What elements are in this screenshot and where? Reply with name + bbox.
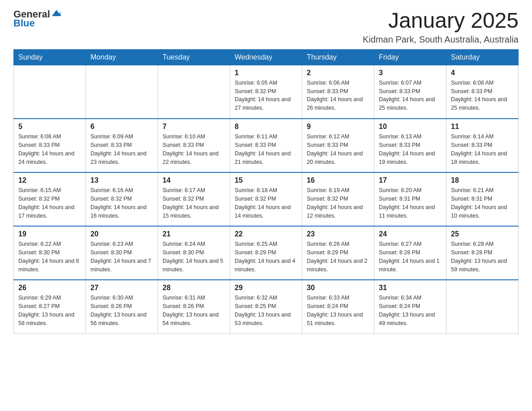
day-info: Sunrise: 6:09 AM Sunset: 8:33 PM Dayligh… [90,133,153,166]
day-info: Sunrise: 6:26 AM Sunset: 8:29 PM Dayligh… [307,240,369,274]
page-header: General Blue January 2025 Kidman Park, S… [13,9,519,45]
calendar-cell: 22Sunrise: 6:25 AM Sunset: 8:29 PM Dayli… [230,226,302,280]
day-number: 9 [307,123,369,131]
logo: General Blue [13,9,62,29]
calendar-week-5: 26Sunrise: 6:29 AM Sunset: 8:27 PM Dayli… [14,280,519,334]
day-number: 28 [163,284,225,292]
calendar-cell: 23Sunrise: 6:26 AM Sunset: 8:29 PM Dayli… [302,226,374,280]
day-number: 24 [379,230,442,238]
day-info: Sunrise: 6:12 AM Sunset: 8:33 PM Dayligh… [307,133,369,166]
day-number: 8 [235,123,297,131]
day-info: Sunrise: 6:10 AM Sunset: 8:33 PM Dayligh… [163,133,225,166]
column-header-sunday: Sunday [14,49,86,65]
day-info: Sunrise: 6:17 AM Sunset: 8:32 PM Dayligh… [163,186,225,220]
calendar-cell: 28Sunrise: 6:31 AM Sunset: 8:26 PM Dayli… [158,280,230,334]
day-info: Sunrise: 6:14 AM Sunset: 8:33 PM Dayligh… [451,133,514,166]
title-block: January 2025 Kidman Park, South Australi… [363,9,519,45]
day-info: Sunrise: 6:18 AM Sunset: 8:32 PM Dayligh… [235,186,297,220]
day-info: Sunrise: 6:15 AM Sunset: 8:32 PM Dayligh… [18,186,81,220]
day-number: 1 [235,69,297,77]
day-number: 3 [379,69,442,77]
day-number: 14 [163,176,225,184]
calendar-cell: 31Sunrise: 6:34 AM Sunset: 8:24 PM Dayli… [374,280,446,334]
calendar-cell: 27Sunrise: 6:30 AM Sunset: 8:26 PM Dayli… [86,280,158,334]
column-header-saturday: Saturday [446,49,519,65]
logo-text: General Blue [13,9,62,29]
calendar-cell [446,280,519,334]
day-number: 17 [379,176,442,184]
calendar-cell: 15Sunrise: 6:18 AM Sunset: 8:32 PM Dayli… [230,172,302,226]
day-info: Sunrise: 6:30 AM Sunset: 8:26 PM Dayligh… [90,294,153,327]
day-info: Sunrise: 6:05 AM Sunset: 8:32 PM Dayligh… [235,79,297,112]
calendar-week-2: 5Sunrise: 6:08 AM Sunset: 8:33 PM Daylig… [14,119,519,172]
day-number: 21 [163,230,225,238]
calendar-week-4: 19Sunrise: 6:22 AM Sunset: 8:30 PM Dayli… [14,226,519,280]
calendar-cell: 9Sunrise: 6:12 AM Sunset: 8:33 PM Daylig… [302,119,374,172]
day-info: Sunrise: 6:23 AM Sunset: 8:30 PM Dayligh… [90,240,153,274]
day-info: Sunrise: 6:06 AM Sunset: 8:33 PM Dayligh… [307,79,369,112]
calendar-cell: 29Sunrise: 6:32 AM Sunset: 8:25 PM Dayli… [230,280,302,334]
day-number: 30 [307,284,369,292]
day-number: 4 [451,69,514,77]
calendar-cell: 13Sunrise: 6:16 AM Sunset: 8:32 PM Dayli… [86,172,158,226]
calendar-cell: 21Sunrise: 6:24 AM Sunset: 8:30 PM Dayli… [158,226,230,280]
day-info: Sunrise: 6:11 AM Sunset: 8:33 PM Dayligh… [235,133,297,166]
calendar-cell: 7Sunrise: 6:10 AM Sunset: 8:33 PM Daylig… [158,119,230,172]
day-info: Sunrise: 6:21 AM Sunset: 8:31 PM Dayligh… [451,186,514,220]
day-number: 23 [307,230,369,238]
day-number: 5 [18,123,81,131]
calendar-header-row: SundayMondayTuesdayWednesdayThursdayFrid… [14,49,519,65]
day-info: Sunrise: 6:07 AM Sunset: 8:33 PM Dayligh… [379,79,442,112]
day-info: Sunrise: 6:19 AM Sunset: 8:32 PM Dayligh… [307,186,369,220]
day-info: Sunrise: 6:22 AM Sunset: 8:30 PM Dayligh… [18,240,81,274]
day-info: Sunrise: 6:08 AM Sunset: 8:33 PM Dayligh… [451,79,514,112]
day-number: 26 [18,284,81,292]
day-number: 15 [235,176,297,184]
calendar-cell: 2Sunrise: 6:06 AM Sunset: 8:33 PM Daylig… [302,65,374,119]
calendar-cell: 25Sunrise: 6:28 AM Sunset: 8:28 PM Dayli… [446,226,519,280]
calendar-cell: 12Sunrise: 6:15 AM Sunset: 8:32 PM Dayli… [14,172,86,226]
calendar-cell [158,65,230,119]
logo-blue: Blue [13,18,35,29]
calendar-cell [86,65,158,119]
calendar-cell: 17Sunrise: 6:20 AM Sunset: 8:31 PM Dayli… [374,172,446,226]
day-info: Sunrise: 6:16 AM Sunset: 8:32 PM Dayligh… [90,186,153,220]
calendar-cell: 30Sunrise: 6:33 AM Sunset: 8:24 PM Dayli… [302,280,374,334]
calendar-cell: 16Sunrise: 6:19 AM Sunset: 8:32 PM Dayli… [302,172,374,226]
day-info: Sunrise: 6:33 AM Sunset: 8:24 PM Dayligh… [307,294,369,327]
column-header-tuesday: Tuesday [158,49,230,65]
day-number: 11 [451,123,514,131]
day-number: 6 [90,123,153,131]
calendar-subtitle: Kidman Park, South Australia, Australia [363,34,519,45]
day-info: Sunrise: 6:31 AM Sunset: 8:26 PM Dayligh… [163,294,225,327]
calendar-cell [14,65,86,119]
calendar-cell: 1Sunrise: 6:05 AM Sunset: 8:32 PM Daylig… [230,65,302,119]
day-number: 10 [379,123,442,131]
day-number: 16 [307,176,369,184]
calendar-cell: 24Sunrise: 6:27 AM Sunset: 8:28 PM Dayli… [374,226,446,280]
calendar-cell: 26Sunrise: 6:29 AM Sunset: 8:27 PM Dayli… [14,280,86,334]
calendar-cell: 14Sunrise: 6:17 AM Sunset: 8:32 PM Dayli… [158,172,230,226]
calendar-cell: 6Sunrise: 6:09 AM Sunset: 8:33 PM Daylig… [86,119,158,172]
day-number: 27 [90,284,153,292]
column-header-thursday: Thursday [302,49,374,65]
day-number: 18 [451,176,514,184]
column-header-wednesday: Wednesday [230,49,302,65]
calendar-cell: 20Sunrise: 6:23 AM Sunset: 8:30 PM Dayli… [86,226,158,280]
day-number: 12 [18,176,81,184]
day-info: Sunrise: 6:08 AM Sunset: 8:33 PM Dayligh… [18,133,81,166]
day-info: Sunrise: 6:27 AM Sunset: 8:28 PM Dayligh… [379,240,442,274]
calendar-cell: 11Sunrise: 6:14 AM Sunset: 8:33 PM Dayli… [446,119,519,172]
calendar-table: SundayMondayTuesdayWednesdayThursdayFrid… [13,49,519,334]
day-number: 20 [90,230,153,238]
day-number: 29 [235,284,297,292]
day-info: Sunrise: 6:25 AM Sunset: 8:29 PM Dayligh… [235,240,297,274]
calendar-cell: 18Sunrise: 6:21 AM Sunset: 8:31 PM Dayli… [446,172,519,226]
day-number: 7 [163,123,225,131]
day-info: Sunrise: 6:32 AM Sunset: 8:25 PM Dayligh… [235,294,297,327]
calendar-week-1: 1Sunrise: 6:05 AM Sunset: 8:32 PM Daylig… [14,65,519,119]
logo-icon [51,8,62,19]
day-info: Sunrise: 6:13 AM Sunset: 8:33 PM Dayligh… [379,133,442,166]
day-info: Sunrise: 6:20 AM Sunset: 8:31 PM Dayligh… [379,186,442,220]
calendar-cell: 4Sunrise: 6:08 AM Sunset: 8:33 PM Daylig… [446,65,519,119]
